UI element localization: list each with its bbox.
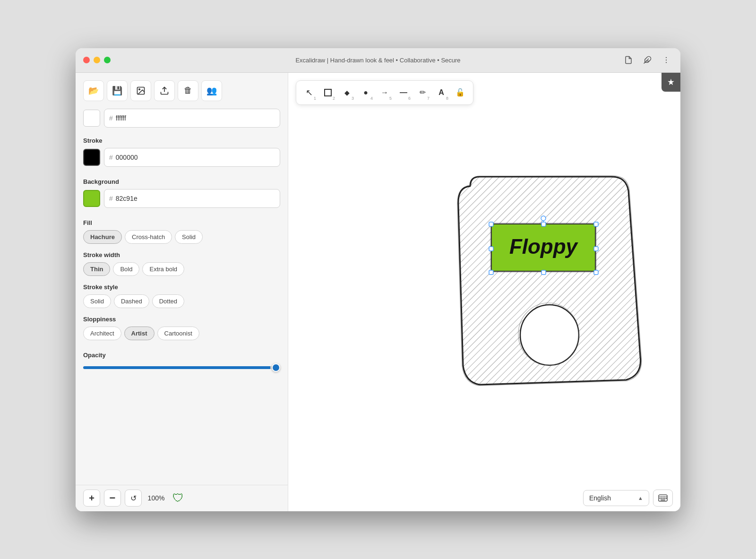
- delete-button[interactable]: 🗑: [178, 80, 198, 101]
- stroke-solid-button[interactable]: Solid: [83, 294, 111, 308]
- floppy-svg: Floppy: [442, 167, 654, 394]
- ellipse-tool[interactable]: ● 4: [357, 84, 375, 102]
- canvas-drawing: Floppy: [442, 167, 654, 394]
- bg-hex-input[interactable]: [116, 195, 275, 202]
- zoom-in-button[interactable]: +: [83, 490, 100, 507]
- svg-point-2: [666, 57, 667, 58]
- background-label: Background: [83, 178, 280, 185]
- pencil-tool[interactable]: ✏ 7: [413, 84, 431, 102]
- app-window: Excalidraw | Hand-drawn look & feel • Co…: [76, 48, 680, 511]
- hex-input-group: #: [104, 109, 280, 128]
- sloppiness-artist-button[interactable]: Artist: [124, 327, 155, 340]
- close-button[interactable]: [83, 57, 90, 63]
- svg-rect-22: [541, 270, 546, 275]
- stroke-width-options: Thin Bold Extra bold: [83, 262, 280, 276]
- rectangle-tool[interactable]: 2: [319, 84, 337, 102]
- text-tool[interactable]: A 8: [432, 84, 450, 102]
- tool-number-2: 2: [333, 96, 335, 101]
- stroke-hex-input[interactable]: [116, 154, 275, 161]
- fill-label: Fill: [83, 219, 280, 226]
- opacity-slider[interactable]: [83, 366, 280, 369]
- line-tool[interactable]: — 6: [395, 84, 412, 102]
- stroke-style-options: Solid Dashed Dotted: [83, 294, 280, 308]
- stroke-dotted-button[interactable]: Dotted: [152, 294, 184, 308]
- diamond-tool[interactable]: ◆ 3: [338, 84, 356, 102]
- sidebar-bottom-bar: + − ↺ 100% 🛡: [76, 485, 288, 511]
- export-button[interactable]: [154, 80, 175, 101]
- titlebar-actions: [622, 53, 673, 67]
- titlebar: Excalidraw | Hand-drawn look & feel • Co…: [76, 48, 680, 73]
- save-button[interactable]: 💾: [107, 80, 128, 101]
- chevron-up-icon: ▲: [638, 495, 643, 501]
- svg-point-6: [139, 88, 140, 90]
- stroke-row: #: [83, 148, 280, 167]
- background-row: #: [83, 189, 280, 208]
- fill-cross-hatch-button[interactable]: Cross-hatch: [125, 230, 172, 244]
- stroke-bold-button[interactable]: Bold: [113, 262, 139, 276]
- tool-number-5: 5: [389, 96, 392, 101]
- stroke-section: Stroke #: [83, 137, 280, 171]
- fill-section: Fill Hachure Cross-hatch Solid: [83, 219, 280, 244]
- collaborate-button[interactable]: 👥: [201, 80, 222, 101]
- stroke-style-label: Stroke style: [83, 284, 280, 291]
- sloppiness-section: Sloppiness Architect Artist Cartoonist: [83, 316, 280, 340]
- sidebar-toolbar: 📂 💾 🗑 👥: [83, 80, 280, 101]
- open-button[interactable]: 📂: [83, 80, 104, 101]
- stroke-style-section: Stroke style Solid Dashed Dotted: [83, 284, 280, 308]
- arrow-tool[interactable]: → 5: [376, 84, 394, 102]
- svg-rect-23: [594, 270, 598, 275]
- tool-number-4: 4: [370, 96, 373, 101]
- stroke-width-label: Stroke width: [83, 251, 280, 258]
- stroke-thin-button[interactable]: Thin: [83, 262, 110, 276]
- lock-tool[interactable]: 🔓: [451, 84, 469, 102]
- maximize-button[interactable]: [104, 57, 111, 63]
- svg-point-4: [666, 62, 667, 63]
- canvas-toolbar: ↖ 1 2 ◆ 3 ● 4 → 5: [296, 80, 473, 105]
- hex-input[interactable]: [116, 114, 275, 122]
- stroke-extra-bold-button[interactable]: Extra bold: [142, 262, 184, 276]
- tool-number-1: 1: [314, 96, 316, 101]
- svg-rect-17: [541, 222, 546, 226]
- svg-rect-18: [594, 222, 598, 226]
- select-tool[interactable]: ↖ 1: [300, 84, 318, 102]
- hash-symbol: #: [109, 114, 113, 122]
- traffic-lights: [83, 57, 111, 63]
- svg-point-14: [541, 216, 546, 221]
- bg-color-swatch[interactable]: [83, 110, 100, 127]
- zoom-level: 100%: [146, 494, 167, 502]
- canvas-area[interactable]: ↖ 1 2 ◆ 3 ● 4 → 5: [288, 73, 680, 511]
- stroke-label: Stroke: [83, 137, 280, 144]
- svg-point-3: [666, 60, 667, 60]
- puzzle-icon[interactable]: [641, 53, 654, 67]
- zoom-out-button[interactable]: −: [104, 490, 121, 507]
- stroke-dashed-button[interactable]: Dashed: [114, 294, 149, 308]
- sloppiness-options: Architect Artist Cartoonist: [83, 327, 280, 340]
- tool-number-3: 3: [352, 96, 354, 101]
- stroke-hash: #: [109, 154, 113, 161]
- keyboard-button[interactable]: [653, 490, 673, 507]
- language-label: English: [589, 494, 611, 502]
- svg-rect-16: [489, 222, 493, 226]
- stroke-color-swatch[interactable]: [83, 149, 100, 166]
- sloppiness-architect-button[interactable]: Architect: [83, 327, 121, 340]
- svg-text:Floppy: Floppy: [509, 235, 579, 258]
- sloppiness-cartoonist-button[interactable]: Cartoonist: [157, 327, 199, 340]
- bg-color-swatch-large[interactable]: [83, 190, 100, 207]
- sloppiness-label: Sloppiness: [83, 316, 280, 323]
- tool-number-8: 8: [446, 96, 448, 101]
- zoom-reset-button[interactable]: ↺: [125, 490, 142, 507]
- minimize-button[interactable]: [94, 57, 100, 63]
- bg-hash: #: [109, 195, 113, 202]
- language-selector[interactable]: English ▲: [583, 490, 649, 506]
- sidebar: 📂 💾 🗑 👥: [76, 73, 288, 511]
- fill-hachure-button[interactable]: Hachure: [83, 230, 122, 244]
- export-image-button[interactable]: [130, 80, 151, 101]
- fill-options: Hachure Cross-hatch Solid: [83, 230, 280, 244]
- window-title: Excalidraw | Hand-drawn look & feel • Co…: [295, 57, 460, 64]
- document-icon[interactable]: [622, 53, 635, 67]
- shield-icon[interactable]: 🛡: [172, 491, 184, 505]
- corner-pin[interactable]: [662, 73, 680, 92]
- fill-solid-button[interactable]: Solid: [175, 230, 203, 244]
- more-icon[interactable]: [660, 53, 673, 67]
- opacity-section: Opacity: [83, 352, 280, 371]
